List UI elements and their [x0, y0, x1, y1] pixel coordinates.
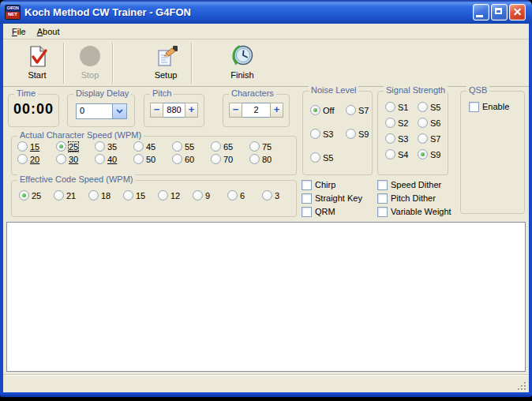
radio-icon	[95, 154, 105, 164]
noise-level-option-off[interactable]: Off	[310, 104, 346, 116]
modifier-straight-key-checkbox[interactable]: Straight Key	[302, 193, 362, 204]
actual-character-speed-option-label: 20	[30, 155, 39, 164]
modifier-speed-dither-checkbox[interactable]: Speed Dither	[377, 179, 451, 190]
actual-character-speed-option-15[interactable]: 15	[17, 141, 56, 152]
modifier-chirp-checkbox[interactable]: Chirp	[302, 179, 362, 190]
finish-label: Finish	[230, 70, 253, 80]
output-text-area[interactable]	[6, 222, 526, 372]
signal-strength-option-s9[interactable]: S9	[418, 148, 440, 160]
app-icon[interactable]: G4FON NET	[5, 5, 21, 20]
radio-icon	[158, 190, 168, 200]
actual-character-speed-option-60[interactable]: 60	[172, 153, 211, 165]
display-delay-select[interactable]: 0	[76, 103, 127, 119]
characters-decrease-button[interactable]: −	[229, 103, 242, 118]
effective-code-speed-option-12[interactable]: 12	[158, 189, 193, 201]
resize-grip[interactable]	[516, 380, 527, 392]
actual-character-speed-option-70[interactable]: 70	[211, 153, 249, 165]
effective-code-speed-option-6[interactable]: 6	[227, 189, 262, 201]
effective-code-speed-option-18[interactable]: 18	[88, 189, 123, 201]
app-icon-top-text: G4FON	[6, 6, 20, 13]
signal-strength-option-s4[interactable]: S4	[385, 148, 418, 160]
effective-code-speed-option-25[interactable]: 25	[19, 189, 54, 201]
display-delay-value: 0	[77, 104, 112, 118]
pitch-value-field[interactable]: 880	[163, 103, 185, 118]
actual-character-speed-option-25[interactable]: 25	[56, 141, 95, 152]
radio-icon	[56, 154, 66, 164]
pitch-label: Pitch	[150, 88, 174, 98]
actual-character-speed-option-35[interactable]: 35	[95, 141, 133, 152]
radio-icon	[19, 190, 29, 200]
noise-level-option-s3[interactable]: S3	[310, 128, 346, 140]
actual-character-speed-option-40[interactable]: 40	[95, 153, 133, 165]
actual-character-speed-option-45[interactable]: 45	[133, 141, 172, 152]
signal-strength-option-label: S4	[398, 150, 408, 159]
noise-level-option-label: S5	[323, 153, 333, 163]
modifier-variable-weight-label: Variable Weight	[391, 207, 451, 216]
signal-strength-option-s7[interactable]: S7	[418, 133, 440, 144]
modifier-variable-weight-checkbox[interactable]: Variable Weight	[377, 206, 451, 217]
actual-character-speed-option-20[interactable]: 20	[17, 153, 56, 165]
effective-code-speed-option-15[interactable]: 15	[123, 189, 158, 201]
radio-icon	[418, 133, 428, 144]
titlebar[interactable]: G4FON NET Koch Method CW Trainer - G4FON…	[0, 0, 532, 24]
signal-strength-label: Signal Strength	[384, 85, 448, 95]
radio-icon	[172, 141, 182, 152]
effective-code-speed-option-label: 18	[101, 191, 111, 200]
characters-increase-button[interactable]: +	[270, 103, 283, 118]
noise-level-option-s9[interactable]: S9	[346, 128, 369, 140]
radio-icon	[346, 129, 356, 139]
actual-character-speed-option-75[interactable]: 75	[249, 141, 288, 152]
effective-code-speed-option-label: 15	[136, 191, 145, 200]
actual-character-speed-option-label: 50	[146, 155, 155, 164]
noise-level-option-s7[interactable]: S7	[346, 104, 369, 116]
actual-character-speed-option-55[interactable]: 55	[172, 141, 211, 152]
modifier-chirp-label: Chirp	[315, 180, 335, 189]
signal-strength-option-s5[interactable]: S5	[418, 101, 440, 113]
pitch-decrease-button[interactable]: −	[150, 103, 163, 118]
close-button[interactable]: ✕	[509, 4, 526, 21]
modifier-qrm-checkbox[interactable]: QRM	[302, 206, 362, 217]
minimize-button[interactable]	[473, 4, 489, 21]
radio-icon	[385, 149, 395, 159]
radio-icon	[418, 149, 428, 159]
finish-button[interactable]: Finish	[218, 43, 267, 83]
modifier-pitch-dither-checkbox[interactable]: Pitch Dither	[377, 193, 451, 204]
menu-about[interactable]: About	[32, 25, 66, 38]
actual-character-speed-option-label: 70	[223, 155, 233, 164]
effective-code-speed-option-label: 21	[66, 191, 76, 200]
actual-character-speed-option-50[interactable]: 50	[133, 153, 172, 165]
noise-level-option-s5[interactable]: S5	[310, 152, 346, 163]
signal-strength-option-s6[interactable]: S6	[418, 117, 440, 129]
maximize-button[interactable]	[491, 4, 508, 21]
radio-icon	[310, 129, 320, 139]
start-button[interactable]: Start	[14, 43, 60, 83]
noise-level-column: S7S9	[346, 104, 369, 163]
effective-code-speed-option-21[interactable]: 21	[54, 189, 88, 201]
actual-character-speed-option-80[interactable]: 80	[249, 153, 288, 165]
noise-level-option-label: S9	[358, 129, 369, 139]
menu-file[interactable]: File	[6, 25, 32, 38]
pitch-increase-button[interactable]: +	[185, 103, 198, 118]
actual-character-speed-option-label: 75	[262, 142, 272, 152]
radio-icon	[385, 118, 395, 128]
signal-strength-option-s3[interactable]: S3	[385, 133, 418, 144]
actual-character-speed-option-65[interactable]: 65	[211, 141, 249, 152]
effective-code-speed-option-3[interactable]: 3	[262, 189, 297, 201]
radio-icon	[418, 118, 428, 128]
signal-strength-option-s2[interactable]: S2	[385, 117, 418, 129]
modifier-qrm-label: QRM	[315, 207, 335, 216]
actual-character-speed-option-label: 40	[107, 155, 117, 164]
characters-value-field[interactable]: 2	[242, 103, 270, 118]
toolbar: Start Stop Setup	[3, 39, 529, 87]
radio-icon	[310, 105, 320, 115]
display-delay-dropdown-button[interactable]	[112, 104, 126, 118]
radio-icon	[310, 152, 320, 163]
actual-character-speed-option-30[interactable]: 30	[56, 153, 95, 165]
display-delay-label: Display Delay	[73, 88, 131, 98]
modifier-pitch-dither-label: Pitch Dither	[391, 193, 436, 203]
actual-character-speed-option-label: 25	[69, 142, 78, 152]
setup-button[interactable]: Setup	[142, 43, 189, 83]
signal-strength-option-s1[interactable]: S1	[385, 101, 418, 113]
effective-code-speed-option-9[interactable]: 9	[193, 189, 227, 201]
qsb-enable-checkbox[interactable]: Enable	[469, 101, 509, 112]
